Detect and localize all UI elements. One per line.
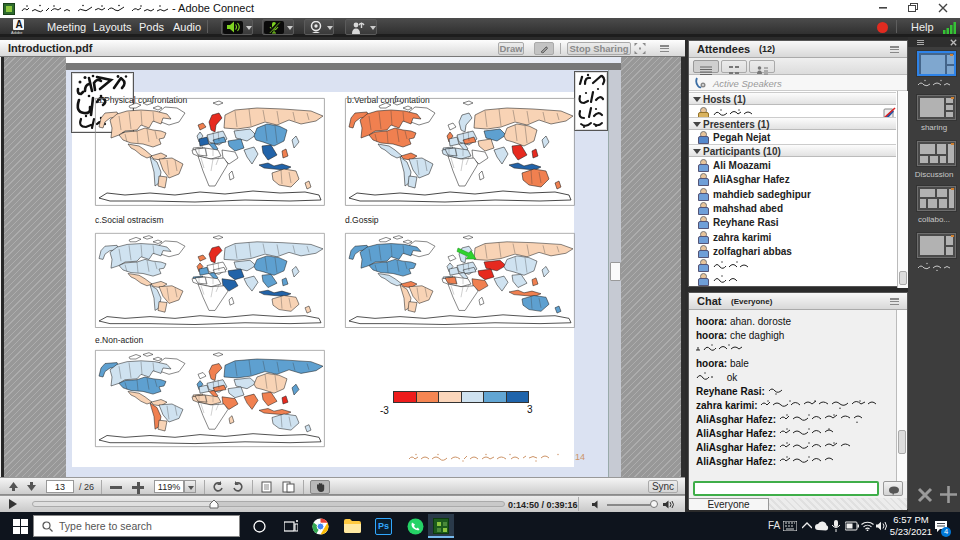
svg-text:- Adobe Connect: - Adobe Connect xyxy=(172,3,254,14)
